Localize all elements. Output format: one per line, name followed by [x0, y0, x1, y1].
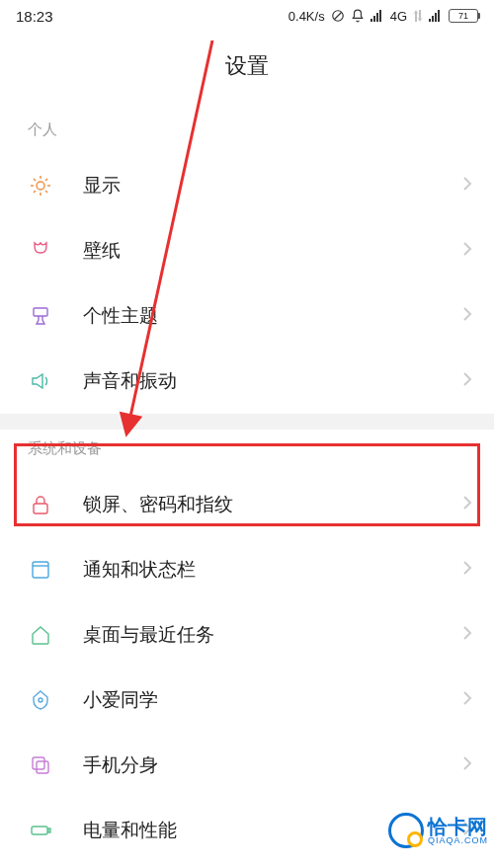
svg-rect-21 [33, 562, 48, 578]
settings-row-second-space[interactable]: 手机分身 [0, 733, 494, 798]
svg-rect-27 [48, 829, 50, 832]
svg-point-23 [39, 698, 42, 702]
settings-row-label: 锁屏、密码和指纹 [83, 492, 462, 517]
settings-row-label: 小爱同学 [83, 687, 462, 713]
svg-line-16 [45, 191, 47, 193]
svg-rect-7 [432, 16, 434, 22]
home-icon [28, 622, 53, 648]
svg-rect-3 [373, 16, 375, 22]
dnd-icon [331, 9, 345, 23]
clone-icon [28, 752, 53, 778]
svg-rect-9 [438, 10, 440, 22]
settings-row-label: 声音和振动 [83, 368, 462, 394]
svg-line-17 [34, 191, 36, 193]
settings-row-sound[interactable]: 声音和振动 [0, 349, 494, 414]
svg-rect-26 [32, 827, 47, 834]
signal-icon-1 [370, 10, 384, 22]
lock-icon [28, 492, 53, 517]
chevron-right-icon [462, 625, 472, 645]
battery-perf-icon [28, 818, 53, 843]
bell-icon [351, 9, 365, 23]
settings-row-themes[interactable]: 个性主题 [0, 283, 494, 349]
settings-row-label: 桌面与最近任务 [83, 622, 462, 648]
svg-rect-20 [34, 504, 47, 513]
svg-rect-8 [435, 13, 437, 22]
settings-row-label: 个性主题 [83, 303, 462, 329]
settings-row-label: 手机分身 [83, 752, 462, 778]
settings-row-wallpaper[interactable]: 壁纸 [0, 218, 494, 283]
settings-row-home[interactable]: 桌面与最近任务 [0, 602, 494, 668]
svg-rect-24 [33, 757, 44, 769]
settings-row-label: 壁纸 [83, 238, 462, 264]
chevron-right-icon [462, 560, 472, 580]
svg-line-15 [34, 179, 36, 181]
chevron-right-icon [462, 690, 472, 710]
svg-line-18 [45, 179, 47, 181]
svg-rect-5 [379, 10, 381, 22]
svg-rect-4 [376, 13, 378, 22]
chevron-right-icon [462, 306, 472, 326]
settings-row-label: 显示 [83, 173, 462, 198]
chevron-right-icon [462, 241, 472, 261]
settings-row-display[interactable]: 显示 [0, 153, 494, 218]
chevron-right-icon [462, 495, 472, 514]
sun-icon [28, 173, 53, 198]
svg-line-1 [334, 13, 341, 20]
status-net-speed: 0.4K/s [288, 9, 325, 24]
watermark-url: QIAQA.COM [428, 836, 488, 845]
svg-rect-2 [370, 19, 372, 22]
battery-icon: 71 [449, 9, 478, 23]
status-bar: 18:23 0.4K/s 4G 71 [0, 0, 494, 32]
data-arrows-icon [413, 10, 423, 22]
svg-rect-6 [429, 19, 431, 22]
section-divider [0, 414, 494, 430]
settings-row-notifications[interactable]: 通知和状态栏 [0, 537, 494, 602]
svg-rect-19 [34, 308, 47, 316]
xiaoai-icon [28, 687, 53, 713]
watermark-name: 恰卡网 [428, 817, 488, 836]
chevron-right-icon [462, 755, 472, 775]
section-label-personal: 个人 [0, 111, 494, 153]
chevron-right-icon [462, 176, 472, 196]
settings-row-xiaoai[interactable]: 小爱同学 [0, 668, 494, 733]
status-network: 4G [390, 9, 407, 24]
tulip-icon [28, 238, 53, 264]
svg-point-10 [37, 182, 44, 190]
section-label-system: 系统和设备 [0, 430, 494, 472]
status-time: 18:23 [16, 8, 53, 25]
watermark-logo-icon [388, 813, 424, 848]
watermark: 恰卡网 QIAQA.COM [388, 813, 488, 848]
brush-icon [28, 303, 53, 329]
status-right: 0.4K/s 4G 71 [288, 9, 478, 24]
speaker-icon [28, 368, 53, 394]
signal-icon-2 [429, 10, 443, 22]
settings-row-lockscreen[interactable]: 锁屏、密码和指纹 [0, 472, 494, 537]
svg-rect-25 [37, 761, 48, 773]
page-title: 设置 [0, 32, 494, 111]
chevron-right-icon [462, 371, 472, 391]
notification-bar-icon [28, 557, 53, 583]
settings-row-label: 通知和状态栏 [83, 557, 462, 583]
